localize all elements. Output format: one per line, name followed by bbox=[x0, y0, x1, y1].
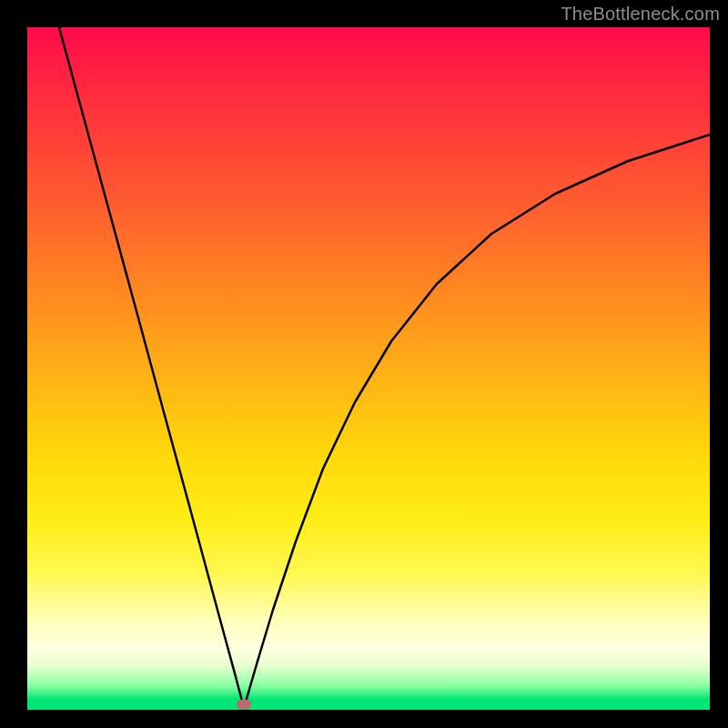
watermark-text: TheBottleneck.com bbox=[561, 4, 720, 25]
minimum-marker bbox=[237, 700, 251, 710]
chart-frame: TheBottleneck.com bbox=[0, 0, 728, 728]
bottleneck-curve bbox=[27, 27, 710, 710]
plot-area bbox=[27, 27, 710, 710]
curve-right-branch bbox=[244, 135, 710, 708]
curve-left-branch bbox=[59, 27, 244, 708]
